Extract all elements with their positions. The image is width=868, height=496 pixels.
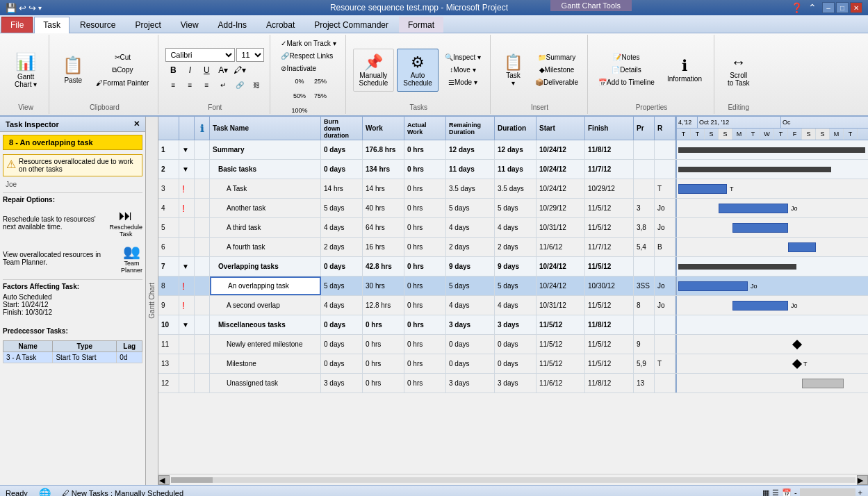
scroll-thumb[interactable] xyxy=(171,477,213,483)
task-inspector-panel: Task Inspector ✕ 8 - An overlapping task… xyxy=(0,117,146,485)
table-row[interactable]: 5 A third task 4 days 64 hrs 0 hrs 4 day… xyxy=(158,218,868,238)
notes-button[interactable]: 📝 Notes xyxy=(595,51,658,63)
italic-button[interactable]: I xyxy=(182,63,197,77)
table-row[interactable]: 1 ▼ Summary 0 days 176.8 hrs 0 hrs 12 da… xyxy=(158,140,868,160)
table-row[interactable]: 4 ! Another task 5 days 40 hrs 0 hrs 5 d… xyxy=(158,199,868,218)
milestone-button[interactable]: ◆ Milestone xyxy=(532,64,582,76)
predecessor-row[interactable]: 3 - A Task Start To Start 0d xyxy=(3,352,142,363)
mark-on-track-button[interactable]: ✓ Mark on Track ▾ xyxy=(277,38,339,49)
scroll-left-btn[interactable]: ◀ xyxy=(158,475,170,485)
tab-project[interactable]: Project xyxy=(126,17,170,33)
inspect-button[interactable]: 🔍 Inspect ▾ xyxy=(441,51,484,63)
scroll-track[interactable] xyxy=(171,477,855,483)
mode-button[interactable]: ☰ Mode ▾ xyxy=(441,76,484,88)
bold-button[interactable]: B xyxy=(165,63,181,77)
underline-button[interactable]: U xyxy=(199,63,214,77)
gantt-bar-area xyxy=(675,140,868,159)
gantt-view-icon[interactable]: ▦ xyxy=(762,488,769,497)
table-row[interactable]: 7 ▼ Overlapping tasks 0 days 42.8 hrs 0 … xyxy=(158,257,868,276)
inactivate-button[interactable]: ⊘ Inactivate xyxy=(277,63,320,74)
tab-acrobat[interactable]: Acrobat xyxy=(257,17,304,33)
row-work: 42.8 hrs xyxy=(363,257,404,276)
table-row[interactable]: 3 ! A Task 14 hrs 14 hrs 0 hrs 3.5 days … xyxy=(158,179,868,199)
gantt-bar-area: Jo xyxy=(675,296,868,315)
table-row[interactable]: 8 ! An overlapping task 5 days 30 hrs 0 … xyxy=(158,276,868,296)
pct100-button[interactable]: 100% xyxy=(290,104,309,117)
close-button[interactable]: ✕ xyxy=(850,2,862,13)
table-row[interactable]: 2 ▼ Basic tasks 0 days 134 hrs 0 hrs 11 … xyxy=(158,160,868,179)
table-row[interactable]: 11 Newly entered milestone 0 days 0 hrs … xyxy=(158,335,868,354)
scroll-to-task-button[interactable]: ↔ Scrollto Task xyxy=(721,49,756,92)
help-icon[interactable]: ❓ xyxy=(791,2,803,13)
cut-button[interactable]: ✂ Cut xyxy=(92,51,152,63)
auto-schedule-button[interactable]: ⚙ AutoSchedule xyxy=(397,49,439,92)
inspector-close-button[interactable]: ✕ xyxy=(133,119,140,129)
reschedule-button[interactable]: ⏭ RescheduleTask xyxy=(109,208,142,238)
gantt-chart-button[interactable]: 📊 GanttChart ▾ xyxy=(8,47,43,93)
task-list-icon[interactable]: ☰ xyxy=(772,488,779,497)
tab-task[interactable]: Task xyxy=(34,17,69,33)
font-name-select[interactable]: Calibri xyxy=(165,48,235,62)
font-size-select[interactable]: 11 xyxy=(236,48,264,62)
row-finish: 11/8/12 xyxy=(585,315,634,334)
row-res xyxy=(655,257,675,276)
team-planner-button[interactable]: 👥 TeamPlanner xyxy=(121,243,142,274)
align-center-button[interactable]: ≡ xyxy=(182,78,197,92)
minimize-button[interactable]: – xyxy=(822,2,835,13)
pct50-button[interactable]: 50% xyxy=(290,89,309,103)
information-button[interactable]: ℹ Information xyxy=(661,52,708,88)
align-left-button[interactable]: ≡ xyxy=(165,78,181,92)
zoom-bar[interactable] xyxy=(800,488,855,497)
add-to-timeline-button[interactable]: 📅 Add to Timeline xyxy=(595,76,658,88)
table-row[interactable]: 12 Unassigned task 3 days 0 hrs 0 hrs 3 … xyxy=(158,374,868,393)
details-button[interactable]: 📄 Details xyxy=(595,64,658,76)
tab-file[interactable]: File xyxy=(1,17,33,33)
respect-links-button[interactable]: 🔗 Respect Links xyxy=(277,50,336,62)
save-icon[interactable]: 💾 xyxy=(6,3,17,13)
scroll-right-btn[interactable]: ▶ xyxy=(857,475,868,485)
font-color-button[interactable]: A▾ xyxy=(215,63,231,77)
task-insert-button[interactable]: 📋 Task▾ xyxy=(498,49,529,92)
align-right-button[interactable]: ≡ xyxy=(199,78,214,92)
zoom-out-icon[interactable]: - xyxy=(794,488,797,497)
horizontal-scrollbar[interactable]: ◀ ▶ xyxy=(158,474,868,485)
row-work: 0 hrs xyxy=(363,335,404,354)
tab-format[interactable]: Format xyxy=(399,17,443,33)
format-painter-button[interactable]: 🖌 Format Painter xyxy=(92,77,152,89)
link-button[interactable]: 🔗 xyxy=(232,78,247,92)
tab-view[interactable]: View xyxy=(172,17,208,33)
row-remain: 5 days xyxy=(446,276,495,295)
pct75-button[interactable]: 75% xyxy=(311,89,330,103)
row-finish: 11/5/12 xyxy=(585,257,634,276)
copy-button[interactable]: ⧉ Copy xyxy=(92,64,152,76)
ribbon-toggle[interactable]: ⌃ xyxy=(808,2,817,13)
unlink-button[interactable]: ⛓ xyxy=(249,78,264,92)
tab-addins[interactable]: Add-Ins xyxy=(209,17,256,33)
summary-button[interactable]: 📁 Summary xyxy=(532,51,582,63)
row-actual: 0 hrs xyxy=(404,199,446,217)
highlight-button[interactable]: 🖍▾ xyxy=(232,63,247,77)
zoom-in-icon[interactable]: + xyxy=(858,488,862,497)
deliverable-button[interactable]: 📦 Deliverable xyxy=(532,76,582,88)
redo-icon[interactable]: ↪ xyxy=(28,3,36,13)
manually-schedule-button[interactable]: 📌 ManuallySchedule xyxy=(353,49,395,92)
paste-button[interactable]: 📋 Paste xyxy=(56,51,90,89)
row-info xyxy=(195,335,210,354)
wrap-button[interactable]: ↵ xyxy=(215,78,231,92)
table-row[interactable]: 13 Milestone 0 days 0 hrs 0 hrs 0 days 0… xyxy=(158,354,868,374)
table-row[interactable]: 9 ! A second overlap 4 days 12.8 hrs 0 h… xyxy=(158,296,868,315)
dropdown-icon[interactable]: ▾ xyxy=(38,4,42,12)
timeline-icon[interactable]: 📅 xyxy=(782,488,792,497)
undo-icon[interactable]: ↩ xyxy=(19,3,26,13)
tab-commander[interactable]: Project Commander xyxy=(305,17,398,33)
row-name[interactable]: An overlapping task xyxy=(210,276,321,295)
table-row[interactable]: 10 ▼ Miscellaneous tasks 0 days 0 hrs 0 … xyxy=(158,315,868,335)
move-button[interactable]: ↕ Move ▾ xyxy=(441,64,484,76)
table-row[interactable]: 6 A fourth task 2 days 16 hrs 0 hrs 2 da… xyxy=(158,238,868,257)
maximize-button[interactable]: □ xyxy=(836,2,849,13)
tab-resource[interactable]: Resource xyxy=(71,17,124,33)
scroll-icon: ↔ xyxy=(731,53,746,72)
day-T4: T xyxy=(774,129,788,140)
pct25-button[interactable]: 25% xyxy=(311,74,330,88)
pct0-button[interactable]: 0% xyxy=(290,74,309,88)
